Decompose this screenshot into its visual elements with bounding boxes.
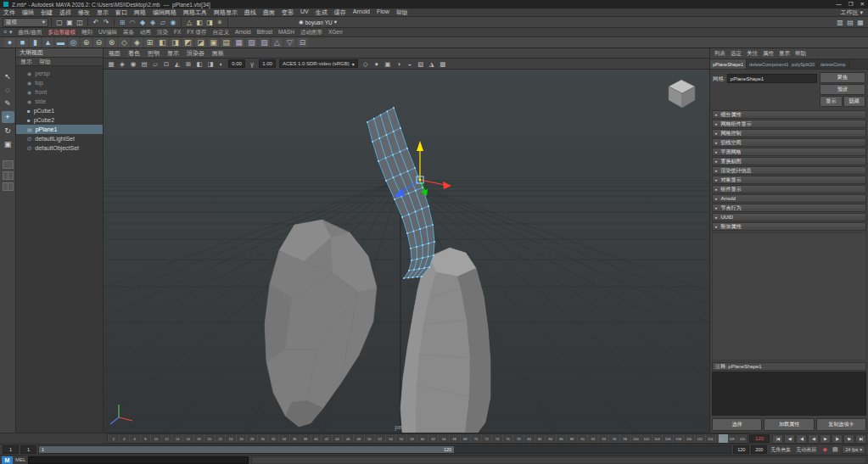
single-pane-layout-button[interactable] xyxy=(3,160,14,169)
view-transform-selector[interactable]: ACES 1.0 SDR-video (sRGB) ▾ xyxy=(279,59,358,68)
offset-edge-loop-icon[interactable]: ▽ xyxy=(284,37,295,48)
attribute-editor-menu-item[interactable]: 显示 xyxy=(779,50,790,58)
extrude-icon[interactable]: ⊕ xyxy=(81,37,92,48)
viewport-canvas[interactable]: persp xyxy=(104,70,709,433)
wireframe-icon[interactable]: ◇ xyxy=(361,59,371,69)
attribute-editor-tab[interactable]: deleteComp xyxy=(818,59,849,69)
exposure-icon[interactable]: ◐ xyxy=(216,59,227,69)
quad-draw-icon[interactable]: ▤ xyxy=(221,37,232,48)
shelf-tab[interactable]: XGen xyxy=(328,29,343,36)
menu-item[interactable]: 文件 xyxy=(0,8,19,17)
outliner-item[interactable]: ∅defaultLightSet xyxy=(16,134,103,143)
playback-range-bar[interactable]: 1 120 xyxy=(39,446,454,453)
animation-start-field[interactable]: 1 xyxy=(3,445,19,454)
account-menu[interactable]: ◉ boyuan YU ▾ xyxy=(299,19,337,25)
isolate-select-icon[interactable]: ◭ xyxy=(172,59,182,69)
shelf-menu-icon[interactable]: ≡ xyxy=(3,29,7,36)
timeline-track[interactable]: 2468101214161820222426283032343638404244… xyxy=(107,433,748,444)
step-forward-frame-button[interactable]: |▶ xyxy=(832,434,843,444)
go-to-end-button[interactable]: ▶| xyxy=(855,434,866,444)
gamma-icon[interactable]: γ xyxy=(247,59,257,69)
node-name-field[interactable]: pPlaneShape1 xyxy=(727,74,817,83)
minimize-button[interactable]: — xyxy=(836,1,842,8)
merge-vertices-icon[interactable]: ⊞ xyxy=(144,37,155,48)
close-button[interactable]: ✕ xyxy=(860,1,865,8)
viewport-menu-item[interactable]: 渲染器 xyxy=(187,49,204,58)
mel-toggle[interactable]: MEL xyxy=(15,457,25,462)
shelf-tab[interactable]: 装备 xyxy=(123,29,134,36)
menuset-selector[interactable]: 建模 ▾ xyxy=(3,18,48,27)
viewport-menu-item[interactable]: 着色 xyxy=(128,49,140,58)
edge-flow-icon[interactable]: ▨ xyxy=(259,37,270,48)
focus-button[interactable]: 聚焦 xyxy=(820,72,865,83)
tool-settings-toggle-icon[interactable]: ▤ xyxy=(845,17,855,27)
spin-edge-icon[interactable]: ⊟ xyxy=(297,37,308,48)
separate-icon[interactable]: ◩ xyxy=(182,37,193,48)
gamma-field[interactable]: 1.00 xyxy=(259,59,276,68)
construction-history-icon[interactable]: △ xyxy=(184,17,194,27)
paint-select-tool[interactable]: ✎ xyxy=(2,98,14,109)
maya-badge-icon[interactable]: M xyxy=(2,456,13,464)
field-chart-icon[interactable]: ⊞ xyxy=(183,59,193,69)
attribute-section[interactable]: ▸置换贴图 xyxy=(712,157,866,165)
menu-item[interactable]: 编辑网格 xyxy=(149,8,180,17)
menu-item[interactable]: 曲面 xyxy=(260,8,278,17)
menu-item[interactable]: 网格 xyxy=(131,8,149,17)
make-live-icon[interactable]: ◉ xyxy=(168,17,178,27)
viewport-menu-item[interactable]: 照明 xyxy=(148,49,160,58)
menu-item[interactable]: 创建 xyxy=(37,8,56,17)
menu-item[interactable]: 缓存 xyxy=(331,8,350,17)
attribute-section[interactable]: ▸切线空间 xyxy=(712,138,866,147)
go-to-start-button[interactable]: |◀ xyxy=(772,434,783,444)
notes-header[interactable]: 注释: pPlaneShape1 xyxy=(712,362,866,371)
menu-item[interactable]: 选择 xyxy=(56,8,75,17)
step-back-frame-button[interactable]: ◀| xyxy=(796,434,807,444)
poly-sphere-icon[interactable]: ● xyxy=(4,37,15,48)
attribute-editor-footer-button[interactable]: 复制选项卡 xyxy=(816,418,866,431)
snap-to-point-icon[interactable]: ◆ xyxy=(137,17,148,27)
shelf-tab[interactable]: 动画 xyxy=(140,29,151,36)
outliner-item[interactable]: ◉side xyxy=(16,97,103,106)
shelf-tab[interactable]: 多边形建模 xyxy=(48,29,76,36)
outliner-item[interactable]: ■pCube1 xyxy=(16,106,103,115)
smooth-icon[interactable]: ◧ xyxy=(157,37,168,48)
attribute-editor-tab[interactable]: deleteComponent10 xyxy=(747,59,789,69)
insert-edge-loop-icon[interactable]: △ xyxy=(272,37,283,48)
viewport-menu-item[interactable]: 显示 xyxy=(167,49,179,58)
attribute-section[interactable]: ▸Arnold xyxy=(712,194,866,203)
shelf-tab[interactable]: FX xyxy=(174,29,181,36)
snap-to-curve-icon[interactable]: ◠ xyxy=(127,17,137,27)
channel-box-toggle-icon[interactable]: ▦ xyxy=(855,17,865,27)
open-scene-icon[interactable]: ▣ xyxy=(64,17,75,27)
shadows-icon[interactable]: ◒ xyxy=(405,59,415,69)
menu-item[interactable]: 变形 xyxy=(278,8,297,17)
menu-item[interactable]: Arnold xyxy=(350,8,373,17)
outliner-menu-item[interactable]: 帮助 xyxy=(39,58,51,66)
attribute-editor-footer-button[interactable]: 加载属性 xyxy=(764,418,814,431)
bridge-icon[interactable]: ⊗ xyxy=(106,37,117,48)
menu-item[interactable]: 曲线 xyxy=(241,8,260,17)
attribute-section[interactable]: ▸平滑网格 xyxy=(712,148,866,156)
bookmark-icon[interactable]: ▤ xyxy=(139,59,149,69)
selected-vertex[interactable] xyxy=(419,179,422,182)
play-button[interactable]: ▶ xyxy=(820,434,831,444)
menu-item[interactable]: Flow xyxy=(373,8,393,17)
viewport-menu-item[interactable]: 面板 xyxy=(212,49,224,58)
attribute-editor-tab[interactable]: polySplit20 xyxy=(789,59,818,69)
playback-start-field[interactable]: 1 xyxy=(20,445,36,454)
anim-preferences-icon[interactable]: ▤ xyxy=(830,445,840,455)
menu-item[interactable]: 帮助 xyxy=(393,8,412,17)
attribute-section[interactable]: ▸网格组件显示 xyxy=(712,120,866,128)
menu-item[interactable]: 网格工具 xyxy=(180,8,210,17)
command-input[interactable] xyxy=(28,456,249,464)
render-view-icon[interactable]: ◧ xyxy=(194,17,204,27)
step-forward-key-button[interactable]: •▶ xyxy=(843,434,854,444)
textured-icon[interactable]: ▣ xyxy=(383,59,393,69)
two-pane-layout-button[interactable] xyxy=(3,171,14,180)
attribute-section[interactable]: ▸节点行为 xyxy=(712,204,866,212)
outliner-item[interactable]: ◉persp xyxy=(16,69,103,78)
undo-icon[interactable]: ↶ xyxy=(91,17,101,27)
outliner-item[interactable]: ▤pPlane1 xyxy=(16,125,103,134)
four-pane-layout-button[interactable] xyxy=(3,182,14,191)
attribute-section[interactable]: ▸UUID xyxy=(712,213,866,221)
